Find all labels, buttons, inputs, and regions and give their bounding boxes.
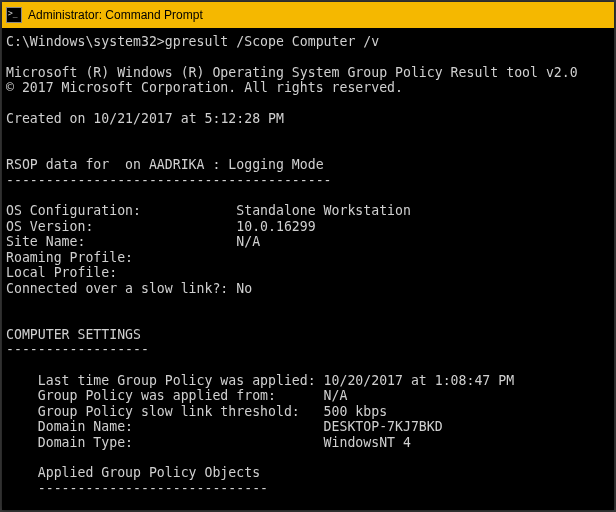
gp-domain-type: Domain Type: WindowsNT 4 — [6, 435, 411, 450]
rsop-dash: ----------------------------------------… — [6, 173, 332, 188]
gp-last-applied: Last time Group Policy was applied: 10/2… — [6, 373, 514, 388]
rsop-line: RSOP data for on AADRIKA : Logging Mode — [6, 157, 324, 172]
created-prefix: Created on — [6, 111, 93, 126]
command-prompt-icon: >_ — [6, 7, 22, 23]
gp-domain-name: Domain Name: DESKTOP-7KJ7BKD — [6, 419, 443, 434]
applied-gpo-heading: Applied Group Policy Objects — [6, 465, 260, 480]
created-date: ‎10/‎21/‎2017 — [93, 111, 172, 126]
terminal-output[interactable]: C:\Windows\system32>gpresult /Scope Comp… — [2, 28, 614, 510]
header-line-1: Microsoft (R) Windows (R) Operating Syst… — [6, 65, 578, 80]
command-text: gpresult /Scope Computer /v — [165, 34, 379, 49]
slow-link: Connected over a slow link?: No — [6, 281, 252, 296]
prompt-path: C:\Windows\system32> — [6, 34, 165, 49]
computer-settings-heading: COMPUTER SETTINGS — [6, 327, 141, 342]
gp-slow-link-threshold: Group Policy slow link threshold: 500 kb… — [6, 404, 387, 419]
created-time: 5:12:28 PM — [205, 111, 284, 126]
os-version: OS Version: 10.0.16299 — [6, 219, 316, 234]
header-line-2: © 2017 Microsoft Corporation. All rights… — [6, 80, 403, 95]
computer-settings-dash: ------------------ — [6, 342, 149, 357]
svg-text:>_: >_ — [8, 9, 18, 18]
titlebar[interactable]: >_ Administrator: Command Prompt — [2, 2, 614, 28]
window-title: Administrator: Command Prompt — [28, 8, 203, 22]
site-name: Site Name: N/A — [6, 234, 260, 249]
command-prompt-window: >_ Administrator: Command Prompt C:\Wind… — [2, 2, 614, 510]
roaming-profile: Roaming Profile: — [6, 250, 133, 265]
local-profile: Local Profile: — [6, 265, 117, 280]
os-config: OS Configuration: Standalone Workstation — [6, 203, 411, 218]
gp-applied-from: Group Policy was applied from: N/A — [6, 388, 347, 403]
created-middle: at — [173, 111, 205, 126]
applied-gpo-dash: ----------------------------- — [6, 481, 268, 496]
